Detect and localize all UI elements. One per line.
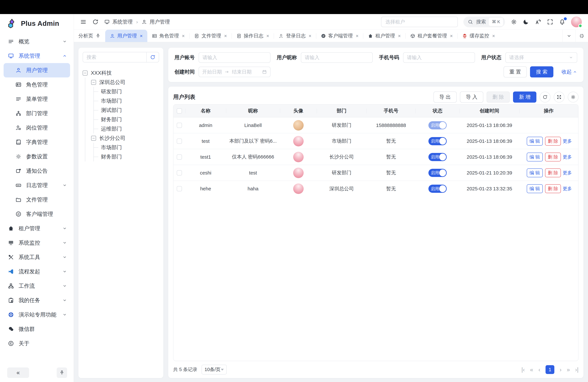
global-search-button[interactable]: 搜索 ⌘ K	[463, 17, 505, 27]
language-icon[interactable]	[535, 19, 541, 25]
sidebar-item-param-settings[interactable]: 参数设置	[0, 149, 74, 164]
sidebar-item-user-mgmt[interactable]: 用户管理	[4, 63, 70, 77]
tree-search-input[interactable]	[83, 52, 146, 62]
tree-node-leaf[interactable]: 财务部门	[94, 152, 159, 161]
tab-operation-log[interactable]: 操作日志 ×	[232, 30, 274, 42]
tab-list-dropdown-button[interactable]	[563, 30, 575, 42]
fullscreen-icon[interactable]	[547, 19, 553, 25]
refresh-table-button[interactable]	[540, 92, 550, 103]
tab-role-mgmt[interactable]: 角色管理 ×	[147, 30, 189, 42]
status-toggle[interactable]: 启用	[428, 185, 447, 193]
tree-collapse-icon[interactable]	[91, 136, 96, 141]
hamburger-menu-icon[interactable]	[80, 19, 86, 25]
pin-icon[interactable]	[95, 33, 101, 39]
status-toggle[interactable]: 启用	[428, 121, 447, 129]
last-page-button[interactable]: ›|	[575, 366, 579, 373]
delete-button[interactable]: 删 除	[486, 91, 510, 103]
delete-row-button[interactable]: 删 除	[545, 153, 561, 161]
tree-node-leaf[interactable]: 市场部门	[94, 143, 159, 152]
sidebar-item-overview[interactable]: 概览	[0, 34, 74, 49]
tab-analysis[interactable]: 分析页	[74, 30, 105, 42]
sidebar-pin-button[interactable]	[57, 367, 67, 378]
status-toggle[interactable]: 启用	[428, 153, 447, 161]
close-icon[interactable]: ×	[398, 33, 401, 39]
status-toggle[interactable]: 启用	[428, 169, 447, 177]
breadcrumb-page[interactable]: 用户管理	[150, 19, 170, 25]
gear-icon[interactable]	[511, 19, 517, 25]
sidebar-item-my-tasks[interactable]: 我的任务	[0, 293, 74, 307]
tab-login-log[interactable]: 登录日志 ×	[274, 30, 316, 42]
sidebar-item-demo-features[interactable]: 演示站专用功能	[0, 307, 74, 322]
tree-node-leaf[interactable]: 运维部门	[94, 124, 159, 133]
more-button[interactable]: 更多	[563, 186, 572, 191]
sidebar-item-notice[interactable]: 通知公告	[0, 164, 74, 178]
refresh-icon[interactable]	[92, 19, 99, 25]
sidebar-item-client-mgmt[interactable]: 客户端管理	[0, 207, 74, 221]
sidebar-item-log-mgmt[interactable]: 日志管理	[0, 178, 74, 192]
status-select[interactable]: 请选择	[505, 52, 577, 63]
row-checkbox[interactable]	[177, 139, 182, 144]
account-input[interactable]	[199, 52, 271, 63]
collapse-filters-link[interactable]: 收起	[562, 68, 577, 75]
sidebar-item-system-tools[interactable]: 系统工具	[0, 250, 74, 264]
close-icon[interactable]: ×	[266, 33, 269, 39]
sidebar-item-wechat-group[interactable]: 微信群	[0, 322, 74, 336]
tab-cache-monitor[interactable]: 缓存监控 ×	[458, 30, 500, 42]
tab-file-mgmt[interactable]: 文件管理 ×	[189, 30, 231, 42]
edit-button[interactable]: 编 辑	[527, 153, 543, 161]
prev-page-button[interactable]: ‹	[538, 366, 540, 373]
close-icon[interactable]: ×	[492, 33, 495, 39]
close-icon[interactable]: ×	[182, 33, 185, 39]
tree-node-leaf[interactable]: 测试部门	[94, 106, 159, 115]
tree-collapse-icon[interactable]	[91, 80, 96, 85]
sidebar-item-workflow[interactable]: 工作流	[0, 279, 74, 293]
next-group-button[interactable]: »	[567, 366, 570, 373]
edit-button[interactable]: 编 辑	[527, 184, 543, 193]
sidebar-collapse-button[interactable]: «	[7, 367, 29, 378]
edit-button[interactable]: 编 辑	[527, 137, 543, 146]
tree-node-leaf[interactable]: 研发部门	[94, 87, 159, 96]
search-button[interactable]: 搜 索	[530, 66, 553, 77]
delete-row-button[interactable]: 删 除	[545, 184, 561, 193]
sidebar-item-process-start[interactable]: 流程发起	[0, 264, 74, 279]
import-button[interactable]: 导 入	[460, 91, 483, 103]
app-logo[interactable]: Plus Admin	[0, 14, 74, 33]
expand-table-button[interactable]	[554, 92, 565, 103]
edit-button[interactable]: 编 辑	[527, 169, 543, 177]
sidebar-item-system-mgmt[interactable]: 系统管理	[0, 49, 74, 63]
tree-collapse-icon[interactable]	[83, 71, 87, 75]
sidebar-item-post-mgmt[interactable]: 岗位管理	[0, 121, 74, 135]
row-checkbox[interactable]	[177, 123, 182, 128]
select-all-checkbox[interactable]	[177, 108, 182, 114]
export-button[interactable]: 导 出	[434, 91, 457, 103]
user-avatar[interactable]	[571, 17, 582, 27]
nickname-input[interactable]	[301, 52, 373, 63]
sidebar-item-file-mgmt[interactable]: 文件管理	[0, 192, 74, 207]
content-fullscreen-button[interactable]	[575, 30, 588, 42]
tab-tenant-package-mgmt[interactable]: 租户套餐管理 ×	[406, 30, 458, 42]
tree-refresh-button[interactable]	[146, 52, 159, 62]
more-button[interactable]: 更多	[563, 170, 572, 175]
row-checkbox[interactable]	[177, 154, 182, 160]
sidebar-item-menu-mgmt[interactable]: 菜单管理	[0, 92, 74, 106]
page-size-select[interactable]: 10条/页	[202, 365, 227, 375]
sidebar-item-tenant-mgmt[interactable]: 租户管理	[0, 221, 74, 236]
more-button[interactable]: 更多	[563, 139, 572, 144]
delete-row-button[interactable]: 删 除	[545, 169, 561, 177]
delete-row-button[interactable]: 删 除	[545, 137, 561, 146]
tree-node-leaf[interactable]: 市场部门	[94, 96, 159, 106]
tab-tenant-mgmt[interactable]: 租户管理 ×	[363, 30, 405, 42]
next-page-button[interactable]: ›	[560, 366, 562, 373]
date-range-picker[interactable]: 开始日期 结束日期	[199, 67, 271, 77]
tab-client-mgmt[interactable]: 客户端管理 ×	[316, 30, 363, 42]
notifications-button[interactable]	[559, 19, 566, 25]
first-page-button[interactable]: |‹	[521, 366, 525, 373]
row-checkbox[interactable]	[177, 186, 182, 191]
phone-input[interactable]	[403, 52, 475, 63]
sidebar-item-about[interactable]: 关于	[0, 336, 74, 351]
sidebar-item-dept-mgmt[interactable]: 部门管理	[0, 106, 74, 121]
tab-user-mgmt[interactable]: 用户管理 ×	[105, 30, 147, 42]
reset-button[interactable]: 重 置	[504, 66, 527, 77]
more-button[interactable]: 更多	[563, 154, 572, 159]
sidebar-item-dict-mgmt[interactable]: 字典管理	[0, 135, 74, 149]
